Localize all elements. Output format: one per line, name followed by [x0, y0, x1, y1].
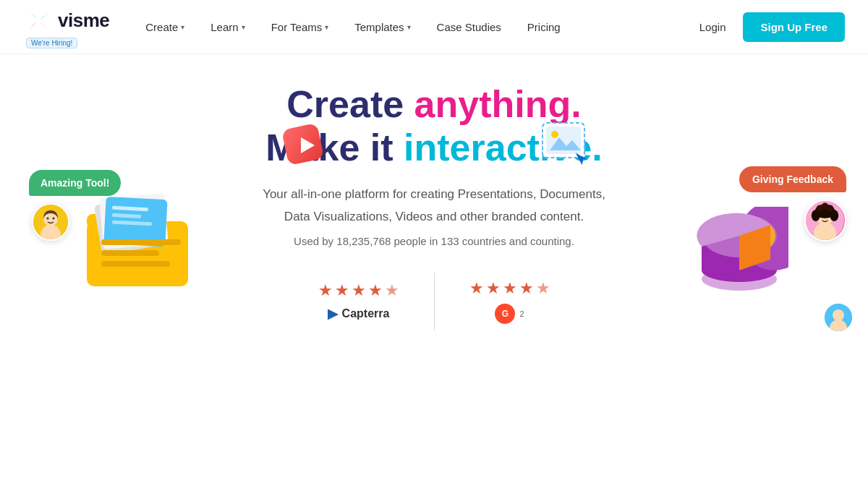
chevron-down-icon: ▾: [325, 23, 328, 31]
avatar-right: [804, 200, 846, 241]
headline-create: Create: [286, 83, 414, 125]
svg-point-1: [35, 18, 41, 24]
nav-item-learn[interactable]: Learn ▾: [197, 0, 258, 54]
signup-button[interactable]: Sign Up Free: [743, 12, 845, 42]
giving-feedback-bubble: Giving Feedback: [739, 166, 846, 192]
mini-avatar-icon: [825, 304, 852, 331]
svg-point-24: [826, 205, 833, 212]
nav-right: Login Sign Up Free: [699, 12, 845, 42]
pie-chart-icon: [694, 207, 788, 301]
svg-rect-35: [101, 261, 170, 267]
pie-chart-float: [694, 207, 788, 304]
login-button[interactable]: Login: [699, 21, 726, 33]
g2-stars: ★ ★ ★ ★ ★: [469, 279, 550, 298]
svg-point-40: [833, 309, 844, 321]
capterra-arrow-icon: ▶: [328, 306, 338, 322]
nav-item-create[interactable]: Create ▾: [132, 0, 197, 54]
svg-point-13: [53, 218, 55, 220]
nav-item-pricing[interactable]: Pricing: [514, 0, 574, 54]
g2-circle-icon: G: [495, 304, 515, 324]
svg-point-12: [47, 218, 49, 220]
hiring-badge[interactable]: We're Hiring!: [26, 38, 77, 48]
hero-section: Amazing Tool! Giving Feedback: [0, 54, 868, 333]
main-nav: Create ▾ Learn ▾ For Teams ▾ Templates ▾…: [132, 0, 699, 54]
chevron-down-icon: ▾: [242, 23, 245, 31]
folder-float: [80, 185, 203, 296]
image-icon: [539, 116, 593, 170]
play-icon: [282, 123, 327, 168]
chevron-down-icon: ▾: [407, 23, 411, 31]
image-icon-float: [539, 116, 593, 173]
svg-point-7: [551, 131, 558, 138]
chevron-down-icon: ▾: [181, 23, 184, 31]
avatar-left: [32, 203, 69, 241]
nav-item-templates[interactable]: Templates ▾: [341, 0, 423, 54]
g2-logo: G 2: [495, 304, 524, 324]
header: visme We're Hiring! Create ▾ Learn ▾ For…: [0, 0, 868, 54]
visme-logo-icon[interactable]: [23, 6, 54, 36]
play-icon-float: [282, 123, 327, 171]
folder-icon: [80, 185, 203, 294]
capterra-label: Capterra: [342, 307, 390, 320]
svg-rect-33: [101, 239, 181, 245]
capterra-logo: ▶ Capterra: [328, 306, 390, 322]
nav-item-case-studies[interactable]: Case Studies: [424, 0, 514, 54]
logo-area: visme We're Hiring!: [23, 6, 109, 48]
g2-rating: ★ ★ ★ ★ ★ G 2: [435, 270, 585, 333]
mini-avatar-float: [823, 302, 854, 333]
logo-text: visme: [58, 9, 109, 32]
headline-it: it: [370, 127, 404, 168]
capterra-rating: ★ ★ ★ ★ ★ ▶ Capterra: [284, 273, 435, 330]
nav-item-for-teams[interactable]: For Teams ▾: [258, 0, 342, 54]
svg-rect-34: [101, 250, 159, 256]
capterra-stars: ★ ★ ★ ★ ★: [318, 281, 399, 300]
hero-headline: Create anything. Make it interactive.: [0, 83, 868, 170]
